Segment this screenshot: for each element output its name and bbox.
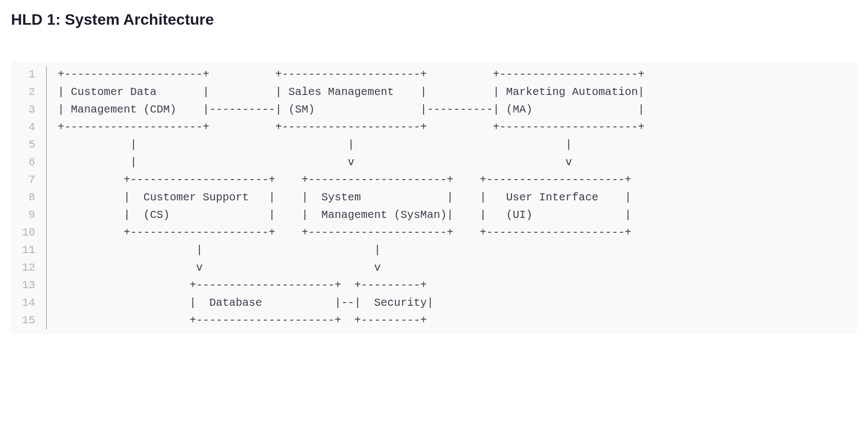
line-number: 11	[22, 242, 37, 259]
code-block: 1 2 3 4 5 6 7 8 9 10 11 12 13 14 15 +---…	[11, 61, 857, 334]
line-number: 1	[22, 66, 37, 83]
code-line: +---------------------+ +---------------…	[58, 171, 644, 189]
line-number: 8	[22, 189, 37, 206]
line-number: 7	[22, 171, 37, 189]
line-number: 12	[22, 259, 37, 277]
code-line: | v v	[58, 154, 644, 171]
code-line: | |	[58, 242, 644, 259]
line-number: 15	[22, 312, 37, 329]
code-line: +---------------------+ +---------+	[58, 277, 644, 294]
code-line: v v	[58, 259, 644, 277]
line-number: 10	[22, 224, 37, 242]
code-line: | Database |--| Security|	[58, 294, 644, 312]
line-number-gutter: 1 2 3 4 5 6 7 8 9 10 11 12 13 14 15	[11, 66, 47, 329]
line-number: 9	[22, 206, 37, 224]
line-number: 2	[22, 83, 37, 101]
code-line: +---------------------+ +---------------…	[58, 224, 644, 242]
line-number: 6	[22, 154, 37, 171]
code-line: +---------------------+ +---------------…	[58, 66, 644, 83]
page-title: HLD 1: System Architecture	[11, 11, 857, 29]
code-line: +---------------------+ +---------------…	[58, 119, 644, 136]
line-number: 13	[22, 277, 37, 294]
ascii-diagram: +---------------------+ +---------------…	[47, 66, 655, 329]
code-line: | Customer Support | | System | | User I…	[58, 189, 644, 206]
code-line: | Management (CDM) |----------| (SM) |--…	[58, 101, 644, 119]
code-line: +---------------------+ +---------+	[58, 312, 644, 329]
line-number: 5	[22, 136, 37, 154]
code-line: | Customer Data | | Sales Management | |…	[58, 83, 644, 101]
line-number: 4	[22, 119, 37, 136]
code-line: | | |	[58, 136, 644, 154]
line-number: 14	[22, 294, 37, 312]
line-number: 3	[22, 101, 37, 119]
code-line: | (CS) | | Management (SysMan)| | (UI) |	[58, 206, 644, 224]
